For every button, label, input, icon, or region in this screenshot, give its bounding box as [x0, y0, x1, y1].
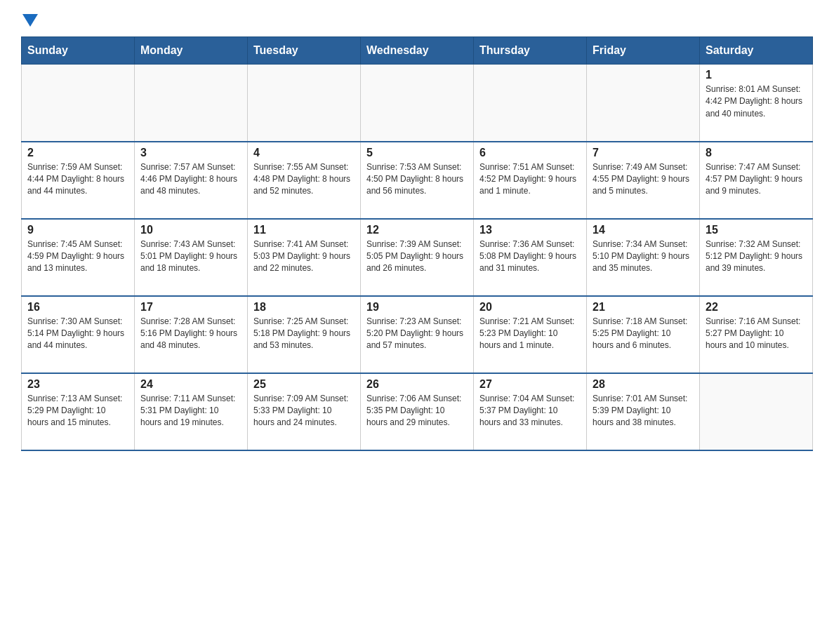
- weekday-header-saturday: Saturday: [700, 37, 813, 65]
- day-info: Sunrise: 7:32 AM Sunset: 5:12 PM Dayligh…: [706, 239, 807, 275]
- day-number: 12: [366, 224, 468, 236]
- calendar-cell: 23Sunrise: 7:13 AM Sunset: 5:29 PM Dayli…: [22, 373, 135, 450]
- calendar-cell: 25Sunrise: 7:09 AM Sunset: 5:33 PM Dayli…: [248, 373, 361, 450]
- day-info: Sunrise: 7:16 AM Sunset: 5:27 PM Dayligh…: [706, 316, 807, 352]
- calendar-cell: 13Sunrise: 7:36 AM Sunset: 5:08 PM Dayli…: [474, 219, 587, 296]
- calendar-cell: [361, 65, 474, 142]
- day-number: 1: [706, 69, 807, 81]
- day-info: Sunrise: 7:34 AM Sunset: 5:10 PM Dayligh…: [593, 239, 694, 275]
- day-info: Sunrise: 7:18 AM Sunset: 5:25 PM Dayligh…: [593, 316, 694, 352]
- calendar-cell: 22Sunrise: 7:16 AM Sunset: 5:27 PM Dayli…: [700, 296, 813, 373]
- calendar-week-5: 23Sunrise: 7:13 AM Sunset: 5:29 PM Dayli…: [22, 373, 813, 450]
- calendar-cell: 4Sunrise: 7:55 AM Sunset: 4:48 PM Daylig…: [248, 142, 361, 219]
- day-number: 26: [366, 378, 468, 391]
- day-number: 4: [253, 147, 355, 159]
- calendar-cell: 9Sunrise: 7:45 AM Sunset: 4:59 PM Daylig…: [22, 219, 135, 296]
- day-info: Sunrise: 7:01 AM Sunset: 5:39 PM Dayligh…: [593, 393, 694, 429]
- day-info: Sunrise: 8:01 AM Sunset: 4:42 PM Dayligh…: [706, 83, 807, 120]
- day-info: Sunrise: 7:41 AM Sunset: 5:03 PM Dayligh…: [253, 239, 355, 275]
- calendar-cell: 24Sunrise: 7:11 AM Sunset: 5:31 PM Dayli…: [135, 373, 248, 450]
- page-header: [21, 14, 813, 29]
- calendar-cell: 16Sunrise: 7:30 AM Sunset: 5:14 PM Dayli…: [22, 296, 135, 373]
- day-number: 28: [593, 378, 694, 391]
- calendar-cell: 20Sunrise: 7:21 AM Sunset: 5:23 PM Dayli…: [474, 296, 587, 373]
- calendar-cell: 10Sunrise: 7:43 AM Sunset: 5:01 PM Dayli…: [135, 219, 248, 296]
- day-number: 25: [253, 378, 355, 391]
- day-number: 20: [479, 301, 581, 314]
- calendar-cell: [700, 373, 813, 450]
- calendar-week-2: 2Sunrise: 7:59 AM Sunset: 4:44 PM Daylig…: [22, 142, 813, 219]
- calendar-cell: 5Sunrise: 7:53 AM Sunset: 4:50 PM Daylig…: [361, 142, 474, 219]
- day-number: 23: [27, 378, 128, 391]
- calendar-cell: [22, 65, 135, 142]
- day-info: Sunrise: 7:55 AM Sunset: 4:48 PM Dayligh…: [253, 161, 355, 198]
- calendar-cell: 6Sunrise: 7:51 AM Sunset: 4:52 PM Daylig…: [474, 142, 587, 219]
- calendar-cell: 21Sunrise: 7:18 AM Sunset: 5:25 PM Dayli…: [587, 296, 700, 373]
- calendar-table: SundayMondayTuesdayWednesdayThursdayFrid…: [21, 36, 813, 451]
- day-info: Sunrise: 7:45 AM Sunset: 4:59 PM Dayligh…: [27, 239, 128, 275]
- calendar-cell: 12Sunrise: 7:39 AM Sunset: 5:05 PM Dayli…: [361, 219, 474, 296]
- calendar-cell: [248, 65, 361, 142]
- day-info: Sunrise: 7:36 AM Sunset: 5:08 PM Dayligh…: [479, 239, 581, 275]
- day-number: 19: [366, 301, 468, 314]
- calendar-cell: 18Sunrise: 7:25 AM Sunset: 5:18 PM Dayli…: [248, 296, 361, 373]
- calendar-cell: 11Sunrise: 7:41 AM Sunset: 5:03 PM Dayli…: [248, 219, 361, 296]
- day-number: 18: [253, 301, 355, 314]
- calendar-cell: 7Sunrise: 7:49 AM Sunset: 4:55 PM Daylig…: [587, 142, 700, 219]
- day-info: Sunrise: 7:53 AM Sunset: 4:50 PM Dayligh…: [366, 161, 468, 198]
- calendar-cell: [587, 65, 700, 142]
- day-number: 24: [140, 378, 241, 391]
- calendar-cell: 17Sunrise: 7:28 AM Sunset: 5:16 PM Dayli…: [135, 296, 248, 373]
- day-info: Sunrise: 7:23 AM Sunset: 5:20 PM Dayligh…: [366, 316, 468, 352]
- day-info: Sunrise: 7:25 AM Sunset: 5:18 PM Dayligh…: [253, 316, 355, 352]
- day-info: Sunrise: 7:47 AM Sunset: 4:57 PM Dayligh…: [706, 161, 807, 198]
- day-info: Sunrise: 7:39 AM Sunset: 5:05 PM Dayligh…: [366, 239, 468, 275]
- weekday-header-monday: Monday: [135, 37, 248, 65]
- day-number: 16: [27, 301, 128, 314]
- calendar-cell: 2Sunrise: 7:59 AM Sunset: 4:44 PM Daylig…: [22, 142, 135, 219]
- logo-arrow-icon: [22, 14, 38, 27]
- day-info: Sunrise: 7:43 AM Sunset: 5:01 PM Dayligh…: [140, 239, 241, 275]
- calendar-body: 1Sunrise: 8:01 AM Sunset: 4:42 PM Daylig…: [22, 65, 813, 450]
- calendar-cell: 3Sunrise: 7:57 AM Sunset: 4:46 PM Daylig…: [135, 142, 248, 219]
- day-number: 9: [27, 224, 128, 236]
- day-number: 21: [593, 301, 694, 314]
- day-number: 11: [253, 224, 355, 236]
- weekday-header-wednesday: Wednesday: [361, 37, 474, 65]
- day-number: 6: [479, 147, 581, 159]
- calendar-header: SundayMondayTuesdayWednesdayThursdayFrid…: [22, 37, 813, 65]
- day-number: 14: [593, 224, 694, 236]
- calendar-cell: [135, 65, 248, 142]
- day-info: Sunrise: 7:28 AM Sunset: 5:16 PM Dayligh…: [140, 316, 241, 352]
- weekday-header-row: SundayMondayTuesdayWednesdayThursdayFrid…: [22, 37, 813, 65]
- day-info: Sunrise: 7:49 AM Sunset: 4:55 PM Dayligh…: [593, 161, 694, 198]
- day-info: Sunrise: 7:51 AM Sunset: 4:52 PM Dayligh…: [479, 161, 581, 198]
- calendar-cell: 15Sunrise: 7:32 AM Sunset: 5:12 PM Dayli…: [700, 219, 813, 296]
- day-number: 17: [140, 301, 241, 314]
- day-number: 2: [27, 147, 128, 159]
- day-info: Sunrise: 7:11 AM Sunset: 5:31 PM Dayligh…: [140, 393, 241, 429]
- day-number: 3: [140, 147, 241, 159]
- day-info: Sunrise: 7:06 AM Sunset: 5:35 PM Dayligh…: [366, 393, 468, 429]
- svg-marker-0: [22, 14, 38, 27]
- day-info: Sunrise: 7:57 AM Sunset: 4:46 PM Dayligh…: [140, 161, 241, 198]
- day-number: 8: [706, 147, 807, 159]
- calendar-week-4: 16Sunrise: 7:30 AM Sunset: 5:14 PM Dayli…: [22, 296, 813, 373]
- weekday-header-sunday: Sunday: [22, 37, 135, 65]
- weekday-header-thursday: Thursday: [474, 37, 587, 65]
- calendar-week-1: 1Sunrise: 8:01 AM Sunset: 4:42 PM Daylig…: [22, 65, 813, 142]
- calendar-cell: 8Sunrise: 7:47 AM Sunset: 4:57 PM Daylig…: [700, 142, 813, 219]
- calendar-week-3: 9Sunrise: 7:45 AM Sunset: 4:59 PM Daylig…: [22, 219, 813, 296]
- calendar-cell: 1Sunrise: 8:01 AM Sunset: 4:42 PM Daylig…: [700, 65, 813, 142]
- day-info: Sunrise: 7:21 AM Sunset: 5:23 PM Dayligh…: [479, 316, 581, 352]
- calendar-cell: 27Sunrise: 7:04 AM Sunset: 5:37 PM Dayli…: [474, 373, 587, 450]
- day-info: Sunrise: 7:30 AM Sunset: 5:14 PM Dayligh…: [27, 316, 128, 352]
- day-info: Sunrise: 7:13 AM Sunset: 5:29 PM Dayligh…: [27, 393, 128, 429]
- day-number: 27: [479, 378, 581, 391]
- logo: [21, 14, 38, 29]
- day-info: Sunrise: 7:59 AM Sunset: 4:44 PM Dayligh…: [27, 161, 128, 198]
- day-number: 15: [706, 224, 807, 236]
- calendar-cell: 19Sunrise: 7:23 AM Sunset: 5:20 PM Dayli…: [361, 296, 474, 373]
- day-number: 10: [140, 224, 241, 236]
- day-info: Sunrise: 7:09 AM Sunset: 5:33 PM Dayligh…: [253, 393, 355, 429]
